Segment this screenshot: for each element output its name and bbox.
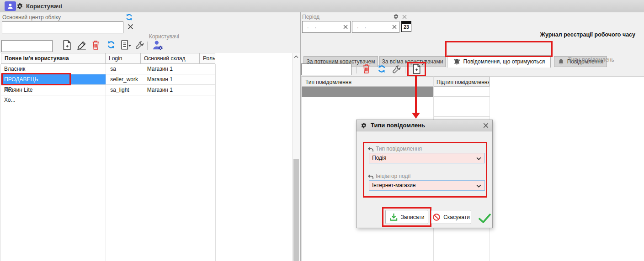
notification-types-dialog: Типи повідомлень Тип повідомлення Подія … [356, 120, 493, 228]
table-row[interactable]: Хозяин Lite sa_light Магазин 1 Хо... [1, 85, 215, 95]
annotation-arrow-head [412, 113, 420, 119]
toolbar-separator [147, 42, 148, 50]
grid-line [301, 77, 302, 261]
date-from-value: . . [307, 23, 319, 30]
title-bar: Користувачі [0, 0, 644, 13]
login-cell[interactable]: seller_work [107, 74, 142, 84]
accounting-center-combobox[interactable] [2, 21, 123, 33]
combobox-value: Подія [372, 155, 386, 161]
annotation-save-button-box [382, 207, 431, 227]
role-cell[interactable]: Хо... [1, 95, 16, 105]
bell-ringing-icon [453, 58, 461, 66]
close-icon[interactable] [483, 122, 489, 129]
calendar-day: 23 [402, 24, 411, 31]
login-cell[interactable]: sa_light [107, 85, 142, 95]
gear-icon [16, 3, 23, 10]
date-from-input[interactable]: . . [302, 21, 351, 33]
chevron-up-icon[interactable] [294, 55, 298, 58]
field-label: Тип повідомлення [376, 146, 422, 152]
add-icon[interactable] [62, 40, 71, 50]
table-row-selected-empty[interactable] [302, 87, 433, 97]
column-header[interactable]: Повне ім'я користувача [1, 53, 106, 64]
date-to-value: . . [357, 23, 368, 30]
period-label: Період [302, 14, 319, 20]
tools-icon[interactable] [135, 41, 144, 50]
close-icon[interactable] [402, 14, 407, 20]
user-name-cell[interactable]: Хозяин Lite [1, 85, 106, 95]
delete-icon[interactable] [362, 64, 370, 73]
journal-title: Журнал реєстрації робочого часу [540, 31, 635, 38]
annotation-selected-user-box [1, 73, 71, 85]
column-header[interactable]: Роль [200, 53, 215, 64]
vertical-scrollbar[interactable] [292, 53, 300, 261]
page-title: Користувачі [26, 3, 62, 10]
users-table: Повне ім'я користувача Login Основний ск… [0, 53, 300, 261]
scrollbar-thumb[interactable] [293, 159, 299, 261]
gear-icon [361, 122, 367, 129]
bell-icon [558, 58, 564, 65]
user-icon [7, 3, 14, 10]
login-cell[interactable]: sa [107, 64, 142, 74]
revert-icon[interactable] [367, 174, 374, 179]
field-label: Ініціатор події [376, 173, 411, 179]
user-name-cell[interactable]: Власник [1, 64, 106, 74]
table-cell-empty[interactable] [433, 97, 490, 117]
app-window: Користувачі Основний центр обліку Корист… [0, 0, 644, 261]
chevron-down-icon [476, 157, 481, 160]
search-input[interactable] [1, 40, 53, 52]
toolbar-separator [356, 65, 357, 73]
date-to-input[interactable]: . . [352, 21, 399, 33]
event-initiator-combobox[interactable]: Інтернет-магазин [369, 180, 485, 191]
cancel-button-label: Скасувати [443, 214, 470, 220]
clear-icon[interactable] [343, 24, 348, 30]
refresh-icon[interactable] [106, 40, 116, 49]
clear-icon[interactable] [127, 23, 134, 30]
search-input[interactable] [301, 63, 351, 75]
clear-icon[interactable] [392, 24, 397, 30]
warehouse-cell[interactable]: Магазин 1 [144, 74, 203, 84]
check-icon [479, 214, 491, 223]
grid-line [215, 64, 216, 261]
dialog-title: Типи повідомлень [371, 122, 425, 129]
tab-label: Повідомлення, що отримуються [463, 58, 545, 65]
table-cell-empty[interactable] [433, 87, 490, 97]
combobox-value: Інтернет-магазин [372, 182, 415, 188]
column-header[interactable]: Login [106, 53, 141, 64]
warehouse-cell[interactable]: Магазин 1 [144, 85, 203, 95]
delete-icon[interactable] [92, 40, 100, 50]
annotation-add-button-box [407, 62, 426, 76]
column-header[interactable]: Основний склад [141, 53, 200, 64]
revert-icon[interactable] [367, 146, 374, 152]
toolbar-separator [56, 42, 56, 50]
users-panel: Основний центр обліку Користувачі [0, 12, 300, 261]
column-header[interactable]: Тип повідомлення [302, 77, 433, 87]
warehouse-cell[interactable]: Магазин 1 [144, 64, 203, 74]
cancel-icon [432, 213, 441, 221]
message-type-combobox[interactable]: Подія [369, 153, 485, 163]
cancel-button[interactable]: Скасувати [431, 210, 471, 224]
dialog-title-bar[interactable]: Типи повідомлень [357, 120, 492, 131]
annotation-active-tab-box [445, 41, 553, 57]
user-settings-icon[interactable] [152, 40, 163, 50]
users-app-icon [5, 1, 16, 11]
accounting-center-label: Основний центр обліку [2, 14, 61, 21]
report-icon[interactable] [120, 40, 132, 50]
toolbar-separator [405, 65, 405, 73]
notification-types-caption: Типи повідомлень [568, 57, 614, 63]
calendar-icon[interactable]: 23 [401, 21, 411, 32]
edit-icon[interactable] [77, 40, 87, 50]
tab-received-notifications[interactable]: Повідомлення, що отримуються [447, 55, 551, 68]
refresh-icon[interactable] [377, 64, 386, 73]
users-group-caption: Користувачі [110, 33, 179, 40]
chevron-down-icon [476, 184, 481, 188]
gear-icon[interactable] [393, 14, 399, 20]
column-header[interactable]: Підтип повідомлення [433, 77, 490, 87]
annotation-arrow-shaft [415, 76, 417, 113]
refresh-icon[interactable] [125, 13, 133, 21]
tools-icon[interactable] [392, 65, 401, 74]
